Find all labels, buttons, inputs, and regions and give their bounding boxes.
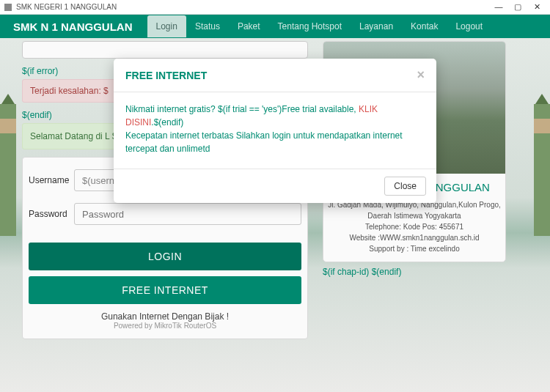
nav-tentang[interactable]: Tentang Hotspot <box>269 15 351 37</box>
close-window-button[interactable]: ✕ <box>532 3 541 12</box>
modal-text-1a: Nikmati internet gratis? $(if trial == '… <box>125 104 359 114</box>
nav-kontak[interactable]: Kontak <box>402 15 447 37</box>
modal-text-2: Kecepatan internet terbatas Silahkan log… <box>125 130 403 154</box>
modal-close-x[interactable]: × <box>417 67 425 83</box>
brand: SMK N 1 NANGGULAN <box>13 21 133 33</box>
nav-paket[interactable]: Paket <box>229 15 269 37</box>
modal-body: Nikmati internet gratis? $(if trial == '… <box>114 92 436 169</box>
maximize-button[interactable]: ▢ <box>513 3 522 12</box>
modal-close-button[interactable]: Close <box>384 177 426 196</box>
modal-title: FREE INTERNET <box>125 70 417 81</box>
nav-logout[interactable]: Logout <box>447 15 491 37</box>
window-titlebar: SMK NEGERI 1 NANGGULAN — ▢ ✕ <box>0 0 550 15</box>
nav-layanan[interactable]: Layanan <box>351 15 402 37</box>
nav-status[interactable]: Status <box>186 15 229 37</box>
app-icon <box>4 4 12 11</box>
minimize-button[interactable]: — <box>494 3 503 12</box>
window-title: SMK NEGERI 1 NANGGULAN <box>16 3 494 11</box>
page-body: $(if error) Terjadi kesalahan: $ $(endif… <box>0 38 550 392</box>
nav-login[interactable]: Login <box>147 15 186 37</box>
navbar: SMK N 1 NANGGULAN Login Status Paket Ten… <box>0 15 550 38</box>
modal-text-1c: .$(endif) <box>151 117 183 127</box>
free-internet-modal: FREE INTERNET × Nikmati internet gratis?… <box>114 59 436 203</box>
